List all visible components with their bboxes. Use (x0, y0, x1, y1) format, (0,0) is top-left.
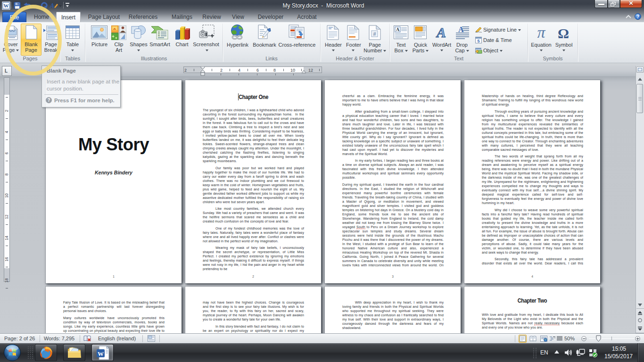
svg-text:W: W (98, 350, 104, 357)
svg-text:W: W (4, 3, 9, 8)
svg-text:Ω: Ω (558, 26, 569, 40)
svg-text:A: A (396, 27, 400, 32)
svg-text:A: A (436, 25, 446, 39)
svg-text:#: # (373, 31, 376, 37)
svg-text:5: 5 (477, 39, 479, 43)
svg-text:A: A (50, 2, 54, 9)
svg-text:π: π (537, 26, 545, 40)
